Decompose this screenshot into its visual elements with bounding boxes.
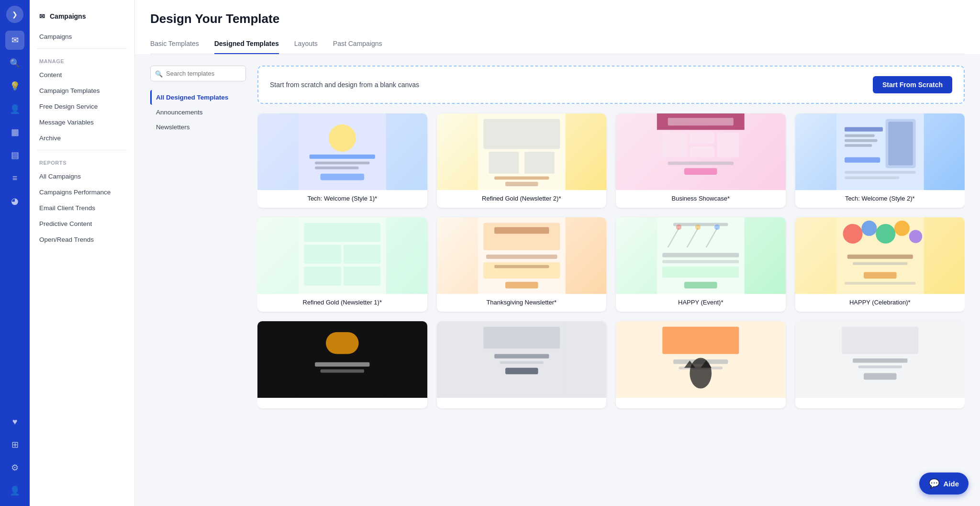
avatar-icon[interactable]: 👤	[5, 481, 24, 500]
template-card-9[interactable]	[257, 321, 427, 408]
sidebar-item-email-client-trends[interactable]: Email Client Trends	[30, 200, 134, 216]
tab-layouts[interactable]: Layouts	[294, 35, 318, 54]
dashboard-icon[interactable]: ▦	[5, 123, 24, 142]
scratch-banner-text: Start from scratch and design from a bla…	[270, 81, 419, 89]
template-preview-10	[437, 321, 607, 398]
tab-bar: Basic Templates Designed Templates Layou…	[150, 35, 965, 54]
sidebar-item-message-variables[interactable]: Message Variables	[30, 114, 134, 130]
scratch-banner: Start from scratch and design from a bla…	[257, 66, 965, 104]
template-card-8[interactable]: HAPPY (Celebration)*	[795, 217, 965, 312]
template-card-7[interactable]: HAPPY (Event)*	[616, 217, 786, 312]
template-name-2: Refined Gold (Newsletter 2)*	[437, 190, 607, 208]
svg-point-57	[861, 221, 877, 236]
user-icon[interactable]: 👤	[5, 100, 24, 119]
search-input[interactable]	[150, 66, 246, 81]
chart-bar-icon[interactable]: ▤	[5, 146, 24, 165]
svg-rect-66	[326, 332, 359, 354]
heart-icon[interactable]: ♥	[5, 412, 24, 431]
template-preview-5	[257, 217, 427, 294]
template-card-6[interactable]: Thanksgiving Newsletter*	[437, 217, 607, 312]
svg-point-56	[843, 224, 862, 244]
page-title: Design Your Template	[150, 11, 965, 26]
search-icon-nav[interactable]: 🔍	[5, 54, 24, 73]
template-card-2[interactable]: Refined Gold (Newsletter 2)*	[437, 113, 607, 208]
svg-rect-39	[486, 255, 557, 259]
svg-rect-41	[494, 265, 549, 268]
svg-rect-68	[321, 370, 364, 373]
svg-rect-18	[668, 162, 734, 165]
template-card-5[interactable]: Refined Gold (Newsletter 1)*	[257, 217, 427, 312]
svg-rect-26	[844, 144, 871, 147]
svg-rect-15	[690, 133, 714, 144]
svg-rect-67	[315, 362, 369, 367]
template-card-1[interactable]: Tech: Welcome (Style 1)*	[257, 113, 427, 208]
svg-rect-32	[304, 245, 341, 264]
svg-rect-31	[304, 223, 380, 242]
svg-point-49	[695, 225, 701, 230]
svg-rect-54	[684, 282, 717, 289]
sidebar-item-campaigns[interactable]: Campaigns	[30, 29, 134, 45]
list-icon[interactable]: ≡	[5, 169, 24, 188]
icon-sidebar: ❯ ✉ 🔍 💡 👤 ▦ ▤ ≡ ◕ ♥ ⊞ ⚙ 👤	[0, 0, 30, 506]
divider-reports	[37, 150, 127, 150]
template-card-12[interactable]	[795, 321, 965, 408]
svg-rect-63	[863, 272, 896, 279]
divider-manage	[37, 48, 127, 49]
template-card-3[interactable]: Business Showcase*	[616, 113, 786, 208]
template-grid: Tech: Welcome (Style 1)* Refined	[257, 113, 965, 408]
svg-rect-33	[344, 245, 381, 264]
start-from-scratch-button[interactable]: Start From Scratch	[873, 76, 952, 93]
template-card-10[interactable]	[437, 321, 607, 408]
template-preview-1	[257, 113, 427, 190]
gear-icon[interactable]: ⚙	[5, 458, 24, 477]
template-card-4[interactable]: Tech: Welcome (Style 2)*	[795, 113, 965, 208]
sidebar-item-content[interactable]: Content	[30, 67, 134, 83]
svg-rect-23	[844, 127, 882, 132]
sidebar-item-free-design[interactable]: Free Design Service	[30, 99, 134, 114]
svg-rect-53	[662, 267, 739, 278]
svg-rect-25	[844, 139, 877, 142]
svg-point-59	[894, 221, 909, 236]
svg-rect-64	[844, 282, 915, 285]
svg-point-1	[329, 124, 356, 152]
svg-rect-35	[344, 267, 381, 286]
template-preview-7	[616, 217, 786, 294]
bulb-icon[interactable]: 💡	[5, 77, 24, 96]
sidebar-item-open-read-trends[interactable]: Open/Read Trends	[30, 232, 134, 247]
tab-basic-templates[interactable]: Basic Templates	[150, 35, 199, 54]
svg-rect-17	[717, 133, 739, 157]
svg-rect-5	[321, 174, 364, 180]
svg-rect-71	[494, 354, 549, 359]
template-card-11[interactable]	[616, 321, 786, 408]
template-preview-8	[795, 217, 965, 294]
svg-rect-2	[310, 155, 375, 159]
sidebar-item-predictive-content[interactable]: Predictive Content	[30, 216, 134, 232]
template-preview-12	[795, 321, 965, 398]
tab-past-campaigns[interactable]: Past Campaigns	[333, 35, 382, 54]
sidebar-item-campaigns-performance[interactable]: Campaigns Performance	[30, 184, 134, 200]
pie-icon[interactable]: ◕	[5, 191, 24, 211]
template-name-12	[795, 398, 965, 408]
sidebar-item-campaign-templates[interactable]: Campaign Templates	[30, 83, 134, 99]
svg-rect-62	[853, 262, 907, 265]
template-name-7: HAPPY (Event)*	[616, 294, 786, 312]
sidebar-item-archive[interactable]: Archive	[30, 130, 134, 146]
mail-icon[interactable]: ✉	[5, 31, 24, 50]
tab-designed-templates[interactable]: Designed Templates	[214, 35, 279, 54]
aide-button[interactable]: 💬 Aide	[919, 472, 969, 495]
manage-section-label: MANAGE	[30, 53, 134, 67]
filter-all-designed[interactable]: All Designed Templates	[150, 90, 246, 105]
svg-rect-52	[662, 260, 739, 263]
svg-rect-28	[844, 171, 915, 174]
svg-rect-51	[662, 253, 739, 257]
template-name-4: Tech: Welcome (Style 2)*	[795, 190, 965, 208]
template-preview-4	[795, 113, 965, 190]
filter-announcements[interactable]: Announcements	[150, 105, 246, 120]
collapse-button[interactable]: ❯	[6, 6, 23, 23]
svg-rect-72	[500, 361, 543, 364]
svg-rect-44	[673, 223, 728, 226]
filter-newsletters[interactable]: Newsletters	[150, 120, 246, 135]
svg-rect-19	[684, 168, 717, 175]
grid-plus-icon[interactable]: ⊞	[5, 435, 24, 454]
sidebar-item-all-campaigns[interactable]: All Campaigns	[30, 169, 134, 184]
